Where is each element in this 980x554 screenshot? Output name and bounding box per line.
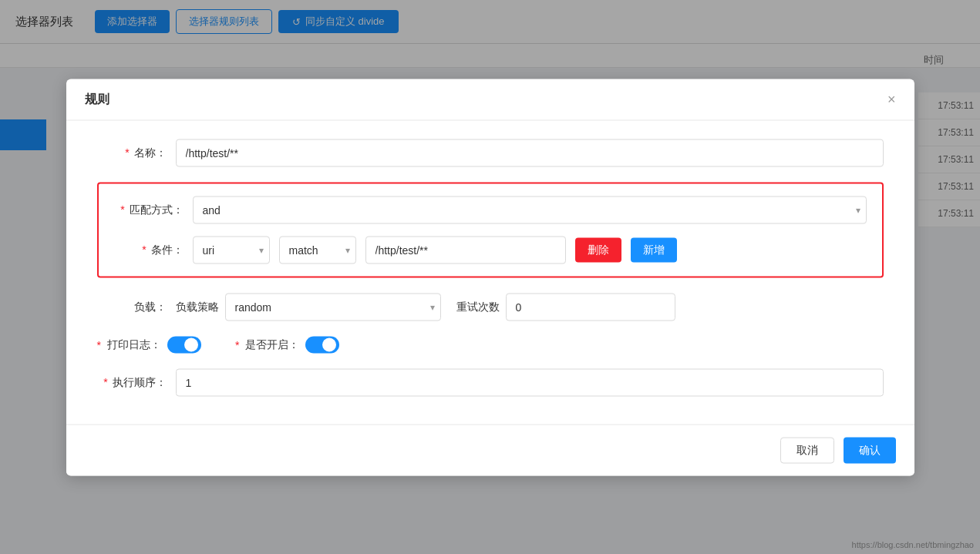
- match-mode-row: * 匹配方式： and or ▾: [114, 196, 867, 223]
- modal-body: * 名称： * 匹配方式： and or ▾: [66, 120, 914, 424]
- rule-modal: 规则 × * 名称： * 匹配方式： and or: [66, 79, 914, 475]
- condition-row: * 条件： uri header param ▾: [114, 236, 867, 264]
- confirm-button[interactable]: 确认: [844, 437, 896, 463]
- enable-toggle[interactable]: [305, 336, 339, 353]
- name-label: * 名称：: [97, 146, 167, 159]
- condition-label-text: 条件：: [151, 243, 184, 255]
- modal-title: 规则: [85, 91, 109, 107]
- condition-controls: uri header param ▾ match = != regex: [193, 236, 677, 264]
- match-mode-label: * 匹配方式：: [114, 203, 184, 217]
- match-mode-select[interactable]: and or: [193, 196, 867, 223]
- cancel-button[interactable]: 取消: [780, 437, 834, 463]
- match-mode-select-wrapper: and or ▾: [193, 196, 867, 223]
- name-row: * 名称：: [97, 139, 884, 166]
- retry-wrap: 重试次数: [456, 293, 675, 321]
- load-strategy-label: 负载策略: [176, 300, 219, 314]
- print-log-label: 打印日志：: [107, 337, 161, 351]
- load-strategy-wrap: 负载策略 random round-robin weighted ▾: [176, 293, 441, 321]
- execute-order-label: * 执行顺序：: [97, 375, 167, 389]
- required-star-condition: *: [142, 243, 146, 255]
- delete-condition-button[interactable]: 删除: [575, 237, 621, 262]
- match-mode-label-text: 匹配方式：: [130, 203, 184, 215]
- required-star-match: *: [120, 203, 124, 215]
- required-star: *: [125, 146, 129, 158]
- retry-input[interactable]: [506, 293, 675, 321]
- match-section: * 匹配方式： and or ▾ * 条件：: [97, 182, 884, 277]
- name-input[interactable]: [176, 139, 884, 166]
- print-log-slider: [167, 336, 201, 353]
- print-log-toggle[interactable]: [167, 336, 201, 353]
- load-label: 负载：: [97, 300, 167, 314]
- uri-select-wrapper: uri header param ▾: [193, 236, 270, 264]
- print-log-item: * 打印日志：: [97, 336, 201, 353]
- required-star-print: *: [97, 338, 101, 351]
- retry-label: 重试次数: [456, 300, 500, 314]
- toggle-row: * 打印日志： * 是否开启：: [97, 336, 884, 353]
- enable-item: * 是否开启：: [235, 336, 339, 353]
- enable-slider: [305, 336, 339, 353]
- match-select-wrapper: match = != regex ▾: [279, 236, 356, 264]
- load-strategy-select[interactable]: random round-robin weighted: [225, 293, 441, 321]
- modal-footer: 取消 确认: [66, 424, 914, 475]
- execute-order-row: * 执行顺序：: [97, 368, 884, 396]
- execute-order-label-text: 执行顺序：: [113, 375, 167, 388]
- execute-order-input[interactable]: [176, 368, 884, 396]
- required-star-enable: *: [235, 338, 239, 351]
- match-type-select[interactable]: match = != regex: [279, 236, 356, 264]
- condition-label: * 条件：: [114, 243, 184, 257]
- enable-label: 是否开启：: [245, 337, 299, 351]
- required-star-execute: *: [103, 375, 107, 388]
- uri-select[interactable]: uri header param: [193, 236, 270, 264]
- load-row: 负载： 负载策略 random round-robin weighted ▾ 重…: [97, 293, 884, 321]
- modal-close-button[interactable]: ×: [887, 92, 896, 106]
- modal-header: 规则 ×: [66, 79, 914, 120]
- add-condition-button[interactable]: 新增: [631, 237, 677, 262]
- condition-value-input[interactable]: [365, 236, 566, 264]
- strategy-select-wrapper: random round-robin weighted ▾: [225, 293, 441, 321]
- name-label-text: 名称：: [134, 146, 167, 158]
